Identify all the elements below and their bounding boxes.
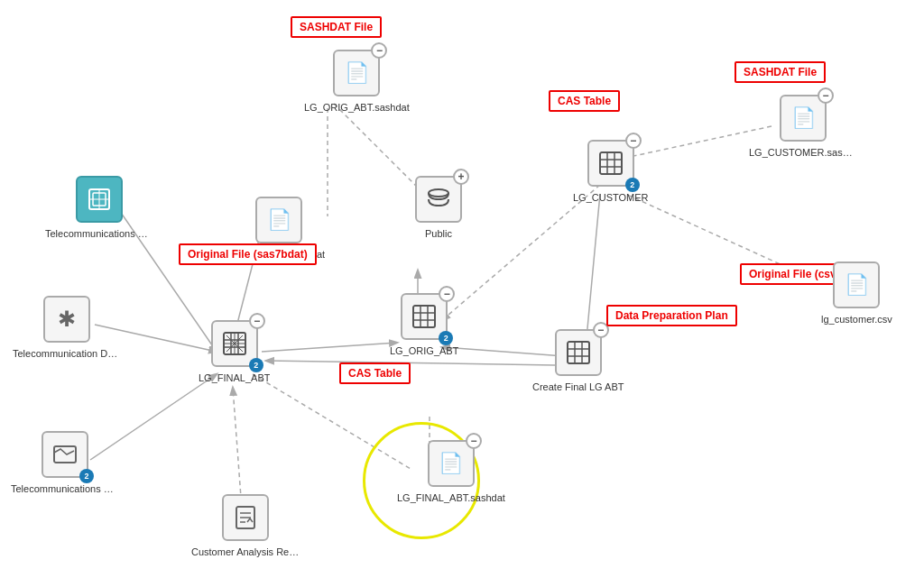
node-label: lg_customer.csv (821, 314, 892, 325)
minus-button[interactable]: − (371, 42, 387, 59)
badge: 2 (79, 469, 94, 483)
svg-line-3 (262, 343, 397, 352)
table-icon: − 2 (587, 140, 634, 187)
svg-rect-18 (413, 306, 435, 327)
node-label: Telecommunication Dat... (13, 348, 121, 359)
node-label: Create Final LG ABT (532, 381, 624, 392)
db-icon: + (415, 176, 462, 223)
node-label: LG_ORIG_ABT (390, 345, 458, 356)
map-icon: 2 (42, 431, 88, 478)
svg-line-8 (253, 374, 411, 469)
callout-cas-table-2: CAS Table (549, 90, 620, 112)
node-customer-rep[interactable]: Customer Analysis Rep... (191, 494, 300, 557)
svg-point-17 (429, 189, 448, 197)
doc-icon: 📄 − (428, 440, 475, 487)
svg-rect-36 (54, 446, 76, 463)
node-telecom-ex[interactable]: Telecommunications Ex... (45, 176, 153, 239)
node-lg-orig-abt-table[interactable]: − 2 LG_ORIG_ABT (390, 293, 458, 356)
minus-button[interactable]: − (249, 313, 265, 329)
callout-data-prep: Data Preparation Plan (606, 305, 737, 326)
minus-button[interactable]: − (439, 286, 455, 302)
node-label: Telecommunications Ex... (45, 228, 153, 239)
node-label: Telecommunications m... (11, 483, 119, 494)
table-icon: − 2 (211, 320, 258, 367)
minus-button[interactable]: − (625, 133, 642, 149)
node-lg-customer-csv[interactable]: 📄 lg_customer.csv (821, 261, 892, 325)
node-label: Public (425, 228, 452, 239)
node-label: LG_CUSTOMER (573, 192, 649, 203)
svg-rect-46 (568, 342, 589, 363)
minus-button[interactable]: − (818, 87, 834, 104)
svg-line-14 (587, 194, 600, 338)
table-icon: − (555, 329, 602, 376)
plus-button[interactable]: + (453, 169, 469, 185)
doc-icon: 📄 − (780, 95, 827, 142)
badge: 2 (439, 331, 453, 345)
node-telecom-m[interactable]: 2 Telecommunications m... (11, 431, 119, 494)
node-label: LG_ORIG_ABT.sashdat (304, 102, 410, 113)
minus-button[interactable]: − (466, 433, 482, 449)
node-public-caslib[interactable]: + Public (415, 176, 462, 239)
node-label: LG_FINAL_ABT.sashdat (397, 492, 505, 503)
node-lg-customer-table[interactable]: − 2 LG_CUSTOMER (573, 140, 649, 203)
diagram-canvas: SASHDAT File 📄 − LG_ORIG_ABT.sashdat 📄 l… (0, 0, 924, 587)
asterisk-icon: ✱ (43, 296, 90, 343)
report-icon (222, 494, 269, 541)
callout-cas-table-1: CAS Table (339, 362, 411, 384)
node-label: Customer Analysis Rep... (191, 546, 300, 557)
badge: 2 (249, 358, 263, 372)
node-lg-customer-sashdat[interactable]: 📄 − LG_CUSTOMER.sashdat (749, 95, 857, 158)
svg-line-11 (442, 185, 600, 320)
node-lg-final-abt-table[interactable]: − 2 LG_FINAL_ABT (199, 320, 270, 383)
svg-rect-41 (600, 152, 622, 174)
doc-icon: 📄 (255, 197, 302, 243)
doc-icon: 📄 (833, 261, 880, 308)
tele-icon (76, 176, 123, 223)
node-lg-final-abt-sashdat[interactable]: 📄 − LG_FINAL_ABT.sashdat (397, 440, 505, 503)
callout-orig-file-sas: Original File (sas7bdat) (179, 243, 317, 265)
node-telecom-dat[interactable]: ✱ Telecommunication Dat... (13, 296, 121, 359)
table-icon: − 2 (401, 293, 448, 340)
node-label: LG_FINAL_ABT (199, 372, 270, 383)
node-label: LG_CUSTOMER.sashdat (749, 147, 857, 158)
doc-icon: 📄 − (333, 50, 380, 96)
node-create-final-lg-abt[interactable]: − Create Final LG ABT (532, 329, 624, 392)
badge: 2 (625, 178, 640, 192)
node-lg-orig-abt-sashdat[interactable]: 📄 − LG_ORIG_ABT.sashdat (304, 50, 410, 113)
svg-line-16 (233, 388, 242, 509)
callout-sashdat-2: SASHDAT File (735, 61, 826, 83)
callout-sashdat-1: SASHDAT File (291, 16, 382, 38)
